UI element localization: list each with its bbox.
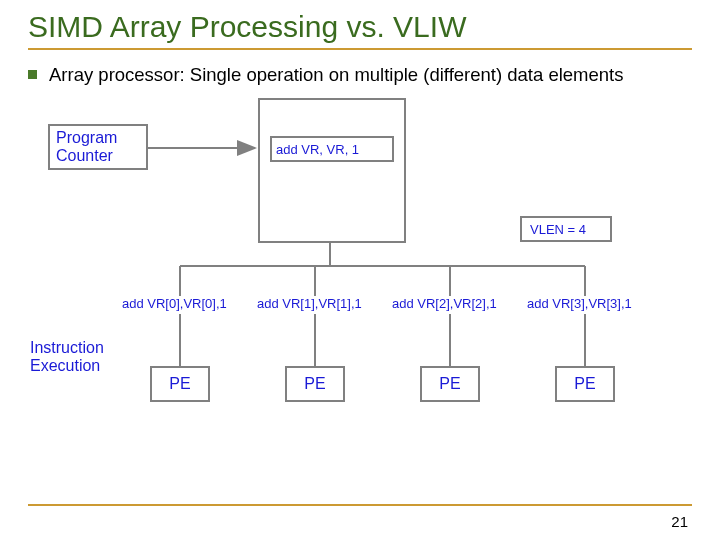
- page-number: 21: [671, 513, 688, 530]
- pe-box-2: PE: [420, 366, 480, 402]
- instruction-text: add VR, VR, 1: [276, 142, 359, 157]
- program-counter-box: Program Counter: [48, 124, 148, 170]
- instruction-execution-label: Instruction Execution: [30, 339, 104, 375]
- bullet-icon: [28, 70, 37, 79]
- pe-op-1: add VR[1],VR[1],1: [257, 296, 362, 311]
- bullet-text: Array processor: Single operation on mul…: [49, 64, 624, 86]
- title-underline: [28, 48, 692, 50]
- program-counter-label: Program Counter: [56, 129, 117, 165]
- pe-box-0: PE: [150, 366, 210, 402]
- vlen-text: VLEN = 4: [530, 222, 586, 237]
- pe-op-0: add VR[0],VR[0],1: [122, 296, 227, 311]
- diagram-container: Program Counter add VR, VR, 1 VLEN = 4 a…: [30, 96, 690, 476]
- instruction-box: add VR, VR, 1: [270, 136, 394, 162]
- footer-rule: [28, 504, 692, 506]
- slide-title: SIMD Array Processing vs. VLIW: [28, 10, 692, 44]
- vlen-box: VLEN = 4: [520, 216, 612, 242]
- pe-box-3: PE: [555, 366, 615, 402]
- pe-op-3: add VR[3],VR[3],1: [527, 296, 632, 311]
- pe-box-1: PE: [285, 366, 345, 402]
- instruction-container-box: [258, 98, 406, 243]
- pe-op-2: add VR[2],VR[2],1: [392, 296, 497, 311]
